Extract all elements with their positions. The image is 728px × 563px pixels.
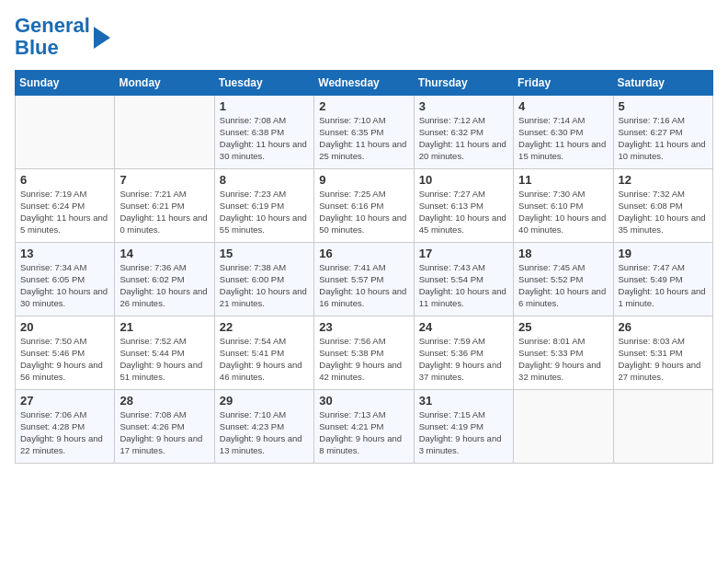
cell-detail: Sunrise: 7:41 AM Sunset: 5:57 PM Dayligh… — [319, 262, 408, 309]
day-number: 3 — [419, 99, 508, 113]
day-number: 13 — [20, 247, 109, 260]
calendar-cell: 22Sunrise: 7:54 AM Sunset: 5:41 PM Dayli… — [214, 316, 313, 390]
calendar-cell: 7Sunrise: 7:21 AM Sunset: 6:21 PM Daylig… — [115, 169, 214, 243]
calendar-cell: 8Sunrise: 7:23 AM Sunset: 6:19 PM Daylig… — [214, 169, 313, 243]
col-header-tuesday: Tuesday — [214, 71, 313, 96]
cell-detail: Sunrise: 7:10 AM Sunset: 4:23 PM Dayligh… — [220, 409, 309, 456]
calendar-cell: 11Sunrise: 7:30 AM Sunset: 6:10 PM Dayli… — [514, 169, 613, 243]
day-number: 16 — [319, 247, 408, 260]
cell-detail: Sunrise: 7:23 AM Sunset: 6:19 PM Dayligh… — [220, 189, 309, 236]
cell-detail: Sunrise: 7:16 AM Sunset: 6:27 PM Dayligh… — [619, 115, 708, 162]
day-number: 10 — [419, 173, 508, 187]
day-number: 5 — [619, 99, 708, 113]
col-header-wednesday: Wednesday — [314, 71, 414, 96]
calendar-cell: 2Sunrise: 7:10 AM Sunset: 6:35 PM Daylig… — [314, 96, 414, 169]
logo-arrow-icon — [94, 27, 110, 49]
day-number: 22 — [220, 320, 309, 334]
cell-detail: Sunrise: 7:19 AM Sunset: 6:24 PM Dayligh… — [20, 189, 109, 236]
calendar-cell: 18Sunrise: 7:45 AM Sunset: 5:52 PM Dayli… — [514, 243, 613, 316]
col-header-sunday: Sunday — [16, 71, 115, 96]
cell-detail: Sunrise: 7:43 AM Sunset: 5:54 PM Dayligh… — [419, 262, 508, 309]
cell-detail: Sunrise: 7:47 AM Sunset: 5:49 PM Dayligh… — [619, 262, 708, 309]
day-number: 28 — [119, 394, 209, 408]
calendar-cell — [514, 390, 613, 464]
calendar-cell: 24Sunrise: 7:59 AM Sunset: 5:36 PM Dayli… — [414, 316, 513, 390]
cell-detail: Sunrise: 7:13 AM Sunset: 4:21 PM Dayligh… — [319, 409, 408, 456]
cell-detail: Sunrise: 8:01 AM Sunset: 5:33 PM Dayligh… — [518, 336, 608, 383]
day-number: 17 — [419, 247, 508, 260]
cell-detail: Sunrise: 7:06 AM Sunset: 4:28 PM Dayligh… — [20, 409, 109, 456]
logo-blue: Blue — [15, 36, 59, 59]
calendar-cell — [613, 390, 712, 464]
calendar-cell: 16Sunrise: 7:41 AM Sunset: 5:57 PM Dayli… — [314, 243, 414, 316]
day-number: 31 — [419, 394, 508, 408]
calendar-cell: 20Sunrise: 7:50 AM Sunset: 5:46 PM Dayli… — [16, 316, 115, 390]
calendar-cell: 28Sunrise: 7:08 AM Sunset: 4:26 PM Dayli… — [115, 390, 214, 464]
calendar-cell — [16, 96, 115, 169]
calendar-cell — [115, 96, 214, 169]
day-number: 14 — [119, 247, 209, 260]
day-number: 29 — [220, 394, 309, 408]
cell-detail: Sunrise: 7:08 AM Sunset: 6:38 PM Dayligh… — [220, 115, 309, 162]
day-number: 4 — [518, 99, 608, 113]
col-header-saturday: Saturday — [613, 71, 712, 96]
day-number: 20 — [20, 320, 109, 334]
day-number: 26 — [619, 320, 708, 334]
calendar-cell: 13Sunrise: 7:34 AM Sunset: 6:05 PM Dayli… — [16, 243, 115, 316]
calendar-week-row: 1Sunrise: 7:08 AM Sunset: 6:38 PM Daylig… — [16, 96, 713, 169]
logo-general: General — [15, 14, 90, 37]
day-number: 2 — [319, 99, 408, 113]
calendar-cell: 23Sunrise: 7:56 AM Sunset: 5:38 PM Dayli… — [314, 316, 414, 390]
cell-detail: Sunrise: 7:30 AM Sunset: 6:10 PM Dayligh… — [518, 189, 608, 236]
calendar-cell: 21Sunrise: 7:52 AM Sunset: 5:44 PM Dayli… — [115, 316, 214, 390]
calendar-cell: 3Sunrise: 7:12 AM Sunset: 6:32 PM Daylig… — [414, 96, 513, 169]
cell-detail: Sunrise: 7:32 AM Sunset: 6:08 PM Dayligh… — [619, 189, 708, 236]
cell-detail: Sunrise: 7:12 AM Sunset: 6:32 PM Dayligh… — [419, 115, 508, 162]
day-number: 30 — [319, 394, 408, 408]
calendar-cell: 29Sunrise: 7:10 AM Sunset: 4:23 PM Dayli… — [214, 390, 313, 464]
calendar-cell: 15Sunrise: 7:38 AM Sunset: 6:00 PM Dayli… — [214, 243, 313, 316]
col-header-thursday: Thursday — [414, 71, 513, 96]
cell-detail: Sunrise: 7:38 AM Sunset: 6:00 PM Dayligh… — [220, 262, 309, 309]
logo: General Blue — [15, 15, 110, 59]
cell-detail: Sunrise: 7:08 AM Sunset: 4:26 PM Dayligh… — [119, 409, 209, 456]
cell-detail: Sunrise: 7:54 AM Sunset: 5:41 PM Dayligh… — [220, 336, 309, 383]
day-number: 8 — [220, 173, 309, 187]
day-number: 25 — [518, 320, 608, 334]
cell-detail: Sunrise: 7:15 AM Sunset: 4:19 PM Dayligh… — [419, 409, 508, 456]
col-header-monday: Monday — [115, 71, 214, 96]
calendar-header-row: SundayMondayTuesdayWednesdayThursdayFrid… — [16, 71, 713, 96]
calendar-cell: 12Sunrise: 7:32 AM Sunset: 6:08 PM Dayli… — [613, 169, 712, 243]
calendar-cell: 25Sunrise: 8:01 AM Sunset: 5:33 PM Dayli… — [514, 316, 613, 390]
calendar-cell: 31Sunrise: 7:15 AM Sunset: 4:19 PM Dayli… — [414, 390, 513, 464]
calendar-cell: 10Sunrise: 7:27 AM Sunset: 6:13 PM Dayli… — [414, 169, 513, 243]
calendar-cell: 9Sunrise: 7:25 AM Sunset: 6:16 PM Daylig… — [314, 169, 414, 243]
day-number: 27 — [20, 394, 109, 408]
day-number: 12 — [619, 173, 708, 187]
cell-detail: Sunrise: 7:25 AM Sunset: 6:16 PM Dayligh… — [319, 189, 408, 236]
calendar-cell: 19Sunrise: 7:47 AM Sunset: 5:49 PM Dayli… — [613, 243, 712, 316]
calendar-cell: 6Sunrise: 7:19 AM Sunset: 6:24 PM Daylig… — [16, 169, 115, 243]
cell-detail: Sunrise: 7:14 AM Sunset: 6:30 PM Dayligh… — [518, 115, 608, 162]
calendar-cell: 14Sunrise: 7:36 AM Sunset: 6:02 PM Dayli… — [115, 243, 214, 316]
cell-detail: Sunrise: 7:27 AM Sunset: 6:13 PM Dayligh… — [419, 189, 508, 236]
calendar-cell: 27Sunrise: 7:06 AM Sunset: 4:28 PM Dayli… — [16, 390, 115, 464]
calendar-cell: 30Sunrise: 7:13 AM Sunset: 4:21 PM Dayli… — [314, 390, 414, 464]
cell-detail: Sunrise: 7:52 AM Sunset: 5:44 PM Dayligh… — [119, 336, 209, 383]
cell-detail: Sunrise: 7:50 AM Sunset: 5:46 PM Dayligh… — [20, 336, 109, 383]
day-number: 21 — [119, 320, 209, 334]
day-number: 11 — [518, 173, 608, 187]
calendar-cell: 1Sunrise: 7:08 AM Sunset: 6:38 PM Daylig… — [214, 96, 313, 169]
day-number: 1 — [220, 99, 309, 113]
calendar-cell: 17Sunrise: 7:43 AM Sunset: 5:54 PM Dayli… — [414, 243, 513, 316]
day-number: 18 — [518, 247, 608, 260]
cell-detail: Sunrise: 7:36 AM Sunset: 6:02 PM Dayligh… — [119, 262, 209, 309]
col-header-friday: Friday — [514, 71, 613, 96]
cell-detail: Sunrise: 8:03 AM Sunset: 5:31 PM Dayligh… — [619, 336, 708, 383]
cell-detail: Sunrise: 7:45 AM Sunset: 5:52 PM Dayligh… — [518, 262, 608, 309]
day-number: 23 — [319, 320, 408, 334]
day-number: 6 — [20, 173, 109, 187]
calendar-week-row: 20Sunrise: 7:50 AM Sunset: 5:46 PM Dayli… — [16, 316, 713, 390]
calendar-cell: 26Sunrise: 8:03 AM Sunset: 5:31 PM Dayli… — [613, 316, 712, 390]
cell-detail: Sunrise: 7:10 AM Sunset: 6:35 PM Dayligh… — [319, 115, 408, 162]
